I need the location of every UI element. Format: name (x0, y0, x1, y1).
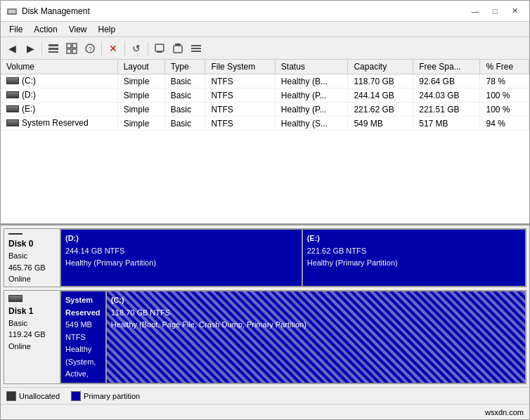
cell-volume: (C:) (1, 74, 117, 88)
export-icon (172, 43, 183, 54)
disk-map-area[interactable]: Disk 0 Basic 465.76 GB Online (D:) 244.1… (1, 225, 529, 387)
more-button[interactable] (188, 40, 205, 57)
cell-capacity: 118.70 GB (348, 74, 413, 88)
help-button[interactable]: ? (82, 40, 98, 57)
disk-0-partitions: (D:) 244.14 GB NTFS Healthy (Primary Par… (60, 229, 526, 287)
properties-icon (66, 43, 77, 54)
disk-drive-icon (6, 91, 19, 98)
volume-c-icon-row: (C:) (6, 76, 36, 86)
app-icon (6, 6, 18, 17)
disk-drive-icon (6, 105, 19, 112)
details-button[interactable] (45, 40, 62, 57)
forward-button[interactable]: ▶ (22, 40, 39, 57)
cell-status: Healthy (P... (275, 103, 348, 117)
svg-rect-4 (49, 48, 58, 50)
delete-button[interactable]: ✕ (105, 40, 122, 57)
disk-drive-icon (6, 119, 19, 126)
menu-view[interactable]: View (63, 23, 93, 36)
table-row[interactable]: System Reserved Simple Basic NTFS Health… (1, 117, 529, 131)
import-icon (154, 43, 165, 54)
disk-1-row: Disk 1 Basic 119.24 GB Online System Res… (4, 290, 526, 384)
status-text: wsxdn.com (485, 408, 524, 416)
svg-rect-8 (67, 49, 71, 53)
cell-fs: NTFS (205, 117, 275, 131)
disk-1-partitions: System Reserved 549 MB NTFS Healthy (Sys… (60, 291, 526, 383)
svg-rect-12 (155, 44, 164, 51)
col-layout[interactable]: Layout (117, 60, 164, 74)
cell-type: Basic (164, 88, 205, 103)
table-row[interactable]: (D:) Simple Basic NTFS Healthy (P... 244… (1, 88, 529, 103)
maximize-button[interactable]: □ (486, 4, 504, 18)
disk-1-partition-sys[interactable]: System Reserved 549 MB NTFS Healthy (Sys… (60, 291, 106, 383)
svg-rect-9 (72, 49, 77, 53)
cell-free: 517 MB (413, 117, 480, 131)
cell-volume: (E:) (1, 103, 117, 117)
cell-capacity: 549 MB (348, 117, 413, 131)
toolbar-sep-3 (124, 41, 125, 55)
cell-volume: System Reserved (1, 117, 117, 131)
title-bar-left: Disk Management (6, 6, 90, 17)
volume-d-icon-row: (D:) (6, 90, 36, 100)
table-row[interactable]: (C:) Simple Basic NTFS Healthy (B... 118… (1, 74, 529, 88)
cell-layout: Simple (117, 117, 164, 131)
col-filesystem[interactable]: File System (205, 60, 275, 74)
volumes-table: Volume Layout Type File System Status Ca… (1, 60, 529, 131)
legend-unallocated-label: Unallocated (19, 392, 60, 400)
cell-pct: 94 % (480, 117, 529, 131)
cell-pct: 78 % (480, 74, 529, 88)
properties-button[interactable] (63, 40, 80, 57)
table-row[interactable]: (E:) Simple Basic NTFS Healthy (P... 221… (1, 103, 529, 117)
col-pct-free[interactable]: % Free (480, 60, 529, 74)
disk-0-icon (8, 233, 22, 235)
menu-help[interactable]: Help (93, 23, 122, 36)
table-area[interactable]: Volume Layout Type File System Status Ca… (1, 60, 529, 225)
svg-rect-18 (191, 48, 201, 49)
disk-0-row: Disk 0 Basic 465.76 GB Online (D:) 244.1… (4, 228, 526, 287)
menu-file[interactable]: File (4, 23, 28, 36)
disk-1-label: Disk 1 Basic 119.24 GB Online (4, 291, 60, 383)
col-volume[interactable]: Volume (1, 60, 117, 74)
cell-layout: Simple (117, 103, 164, 117)
svg-rect-1 (8, 10, 15, 13)
col-status[interactable]: Status (275, 60, 348, 74)
disk-1-partition-c[interactable]: (C:) 118.70 GB NTFS Healthy (Boot, Page … (106, 291, 526, 383)
col-type[interactable]: Type (164, 60, 205, 74)
volume-sys-icon-row: System Reserved (6, 118, 89, 128)
cell-fs: NTFS (205, 74, 275, 88)
refresh-button[interactable]: ↺ (128, 40, 145, 57)
menu-action[interactable]: Action (28, 23, 63, 36)
cell-capacity: 244.14 GB (348, 88, 413, 103)
status-bar: wsxdn.com (1, 404, 529, 419)
cell-capacity: 221.62 GB (348, 103, 413, 117)
disk-0-partition-e[interactable]: (E:) 221.62 GB NTFS Healthy (Primary Par… (302, 229, 526, 287)
legend-unallocated-box (6, 391, 16, 401)
disk-0-label: Disk 0 Basic 465.76 GB Online (4, 229, 60, 287)
import-button[interactable] (151, 40, 168, 57)
cell-type: Basic (164, 103, 205, 117)
cell-pct: 100 % (480, 103, 529, 117)
close-button[interactable]: ✕ (505, 4, 524, 18)
toolbar-sep-2 (101, 41, 102, 55)
cell-type: Basic (164, 74, 205, 88)
volume-e-icon-row: (E:) (6, 104, 35, 114)
col-free-space[interactable]: Free Spa... (413, 60, 480, 74)
disk-0-partition-d[interactable]: (D:) 244.14 GB NTFS Healthy (Primary Par… (60, 229, 302, 287)
minimize-button[interactable]: — (466, 4, 484, 18)
disk-drive-icon (6, 77, 19, 84)
legend-primary: Primary partition (71, 391, 140, 401)
svg-rect-5 (49, 51, 58, 53)
export-button[interactable] (169, 40, 186, 57)
col-capacity[interactable]: Capacity (348, 60, 413, 74)
svg-rect-2 (7, 13, 17, 14)
toolbar-sep-1 (41, 41, 42, 55)
cell-type: Basic (164, 117, 205, 131)
back-button[interactable]: ◀ (4, 40, 20, 57)
cell-free: 244.03 GB (413, 88, 480, 103)
cell-status: Healthy (P... (275, 88, 348, 103)
legend-primary-label: Primary partition (84, 392, 140, 400)
legend-unallocated: Unallocated (6, 391, 60, 401)
table-body: (C:) Simple Basic NTFS Healthy (B... 118… (1, 74, 529, 131)
main-content: Volume Layout Type File System Status Ca… (1, 60, 529, 404)
title-bar-controls: — □ ✕ (466, 4, 524, 18)
svg-rect-6 (67, 44, 71, 48)
